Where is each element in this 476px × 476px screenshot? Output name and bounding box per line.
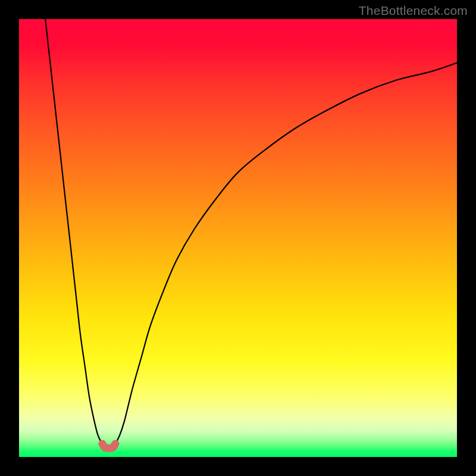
valley-marker	[102, 444, 115, 448]
curve-layer	[19, 19, 457, 457]
plot-area	[19, 19, 457, 457]
curve-right-branch	[115, 63, 457, 444]
watermark-text: TheBottleneck.com	[359, 4, 468, 18]
curve-left-branch	[45, 19, 102, 444]
chart-frame: TheBottleneck.com	[0, 0, 476, 476]
